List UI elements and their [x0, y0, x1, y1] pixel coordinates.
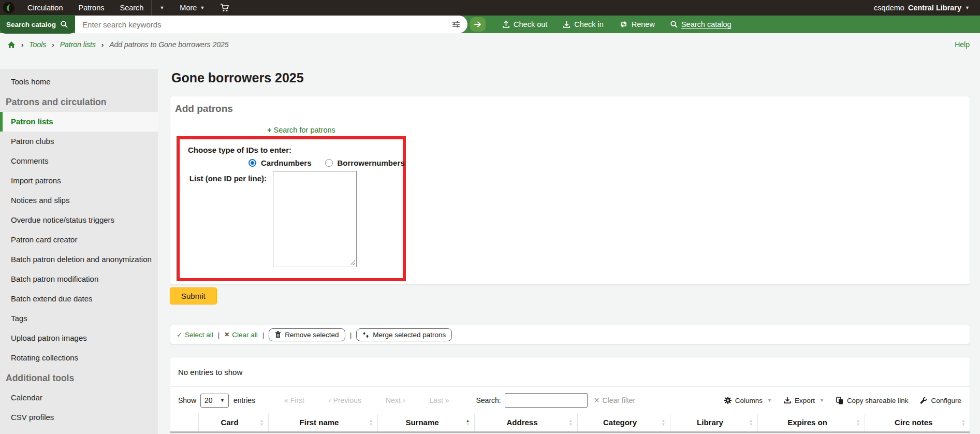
sidebar-item-patron-clubs[interactable]: Patron clubs: [0, 132, 158, 151]
add-patrons-heading: Add patrons: [175, 103, 970, 114]
sidebar-item-comments[interactable]: Comments: [0, 151, 158, 171]
sidebar-item-batch-modification[interactable]: Batch patron modification: [0, 269, 158, 289]
home-icon[interactable]: [7, 41, 16, 49]
search-submit-button[interactable]: [470, 17, 486, 32]
submit-button[interactable]: Submit: [170, 287, 217, 305]
search-catalog-tab[interactable]: Search catalog: [0, 15, 75, 34]
sidebar-item-csv-profiles[interactable]: CSV profiles: [0, 408, 158, 427]
header-card[interactable]: Card▲▼: [198, 414, 268, 432]
sidebar-item-overdue-triggers[interactable]: Overdue notice/status triggers: [0, 210, 158, 230]
last-page-button[interactable]: Last »: [429, 396, 449, 404]
header-expires-on[interactable]: Expires on▲▼: [757, 414, 865, 432]
remove-selected-button[interactable]: Remove selected: [269, 328, 345, 341]
help-link[interactable]: Help: [955, 40, 970, 49]
cardnumbers-radio-label[interactable]: Cardnumbers: [261, 158, 312, 167]
download-icon: [563, 21, 571, 28]
x-icon: ✕: [594, 396, 600, 404]
sidebar-item-patron-card-creator[interactable]: Patron card creator: [0, 230, 158, 250]
chevron-down-icon: ▼: [965, 5, 970, 10]
sidebar-section-patrons-circulation: Patrons and circulation: [0, 92, 158, 112]
renew-link[interactable]: Renew: [619, 20, 655, 28]
wrench-icon: [920, 397, 927, 404]
header-circ-notes[interactable]: Circ notes▲▼: [865, 414, 970, 432]
nav-search[interactable]: Search: [112, 0, 151, 16]
previous-page-button[interactable]: ‹ Previous: [329, 396, 361, 404]
entries-label: entries: [233, 396, 255, 404]
nav-more-dropdown[interactable]: More▼: [172, 0, 212, 16]
check-out-link[interactable]: Check out: [502, 20, 547, 28]
breadcrumb-current: Add patrons to Gone borrowers 2025: [109, 40, 228, 49]
clear-filter-link[interactable]: ✕ Clear filter: [594, 396, 636, 404]
sidebar-item-import-patrons[interactable]: Import patrons: [0, 171, 158, 191]
export-button[interactable]: Export ▼: [784, 397, 824, 404]
first-page-button[interactable]: « First: [284, 396, 304, 404]
merge-selected-button[interactable]: Merge selected patrons: [356, 328, 452, 341]
chevron-down-icon: ▼: [159, 5, 164, 10]
table-search-input[interactable]: [505, 393, 588, 408]
resize-handle-icon[interactable]: [349, 260, 355, 265]
search-icon: [670, 21, 678, 28]
quick-links: Check out Check in Renew Search catalog: [502, 20, 732, 28]
sidebar-item-batch-deletion[interactable]: Batch patron deletion and anonymization: [0, 250, 158, 269]
select-all-link[interactable]: ✓ Select all: [177, 331, 213, 339]
renew-arrows-icon: [619, 21, 628, 28]
current-library: Central Library: [908, 4, 961, 12]
list-actions-toolbar: ✓ Select all | ✕ Clear all | Remove sele…: [170, 325, 970, 344]
borrowernumbers-radio-label[interactable]: Borrowernumbers: [338, 158, 405, 167]
sort-icon: ▲▼: [569, 419, 573, 426]
sidebar-item-calendar[interactable]: Calendar: [0, 388, 158, 408]
empty-table-row: No data available in table: [170, 432, 970, 434]
search-for-patrons-link[interactable]: +Search for patrons: [267, 126, 335, 134]
sort-icon: ▲▼: [961, 419, 966, 426]
chevron-down-icon: ▼: [767, 398, 772, 403]
sort-icon: ▲▼: [856, 419, 860, 426]
chevron-down-icon: ▼: [220, 398, 225, 403]
merge-icon: [362, 331, 369, 338]
sidebar-item-upload-patron-images[interactable]: Upload patron images: [0, 328, 158, 348]
next-page-button[interactable]: Next ›: [386, 396, 405, 404]
cardnumbers-radio[interactable]: [248, 159, 256, 167]
gear-icon: [724, 397, 732, 404]
cart-button[interactable]: [212, 0, 237, 16]
page-size-select[interactable]: 20 ▼: [200, 394, 229, 408]
search-catalog-link[interactable]: Search catalog: [670, 20, 732, 28]
koha-logo-icon[interactable]: [3, 2, 14, 13]
sidebar-item-notices-slips[interactable]: Notices and slips: [0, 191, 158, 210]
breadcrumb-patron-lists[interactable]: Patron lists: [60, 40, 96, 49]
toolbar-separator: |: [350, 331, 352, 339]
clear-all-link[interactable]: ✕ Clear all: [224, 331, 258, 339]
main-content: Gone borrowers 2025 Add patrons +Search …: [170, 56, 970, 434]
nav-search-dropdown[interactable]: ▼: [152, 0, 172, 16]
header-address[interactable]: Address▲▼: [474, 414, 577, 432]
filter-sliders-icon[interactable]: [452, 21, 460, 28]
header-category[interactable]: Category▲▼: [577, 414, 670, 432]
page-title: Gone borrowers 2025: [171, 70, 970, 85]
header-library[interactable]: Library▲▼: [670, 414, 757, 432]
sidebar-item-patron-lists[interactable]: Patron lists: [0, 112, 158, 132]
id-list-textarea[interactable]: [273, 171, 357, 267]
sidebar-item-tools-home[interactable]: Tools home: [0, 72, 158, 92]
patrons-table: Card▲▼ First name▲▼ Surname▲▼ Address▲▼ …: [170, 414, 970, 434]
breadcrumb: › Tools › Patron lists › Add patrons to …: [0, 33, 980, 56]
header-first-name[interactable]: First name▲▼: [268, 414, 377, 432]
nav-circulation[interactable]: Circulation: [20, 0, 71, 16]
logged-in-user-menu[interactable]: csqdemo Central Library ▼: [874, 4, 970, 12]
x-icon: ✕: [224, 331, 229, 338]
toolbar-separator: |: [218, 331, 220, 339]
sidebar-item-batch-extend-due-dates[interactable]: Batch extend due dates: [0, 289, 158, 309]
show-label: Show: [178, 396, 196, 404]
cart-icon: [220, 4, 229, 12]
plus-icon: +: [267, 126, 271, 134]
configure-button[interactable]: Configure: [920, 397, 961, 404]
borrowernumbers-radio[interactable]: [325, 159, 333, 167]
catalog-search-input[interactable]: [82, 20, 452, 29]
datatable-controls: Show 20 ▼ entries « First ‹ Previous Nex…: [170, 387, 970, 414]
header-surname[interactable]: Surname▲▼: [377, 414, 474, 432]
check-in-link[interactable]: Check in: [563, 20, 603, 28]
breadcrumb-tools[interactable]: Tools: [29, 40, 46, 49]
sidebar-item-rotating-collections[interactable]: Rotating collections: [0, 348, 158, 368]
nav-patrons[interactable]: Patrons: [71, 0, 112, 16]
columns-button[interactable]: Columns ▼: [724, 397, 772, 404]
sidebar-item-tags[interactable]: Tags: [0, 309, 158, 328]
copy-shareable-link-button[interactable]: Copy shareable link: [836, 397, 909, 404]
